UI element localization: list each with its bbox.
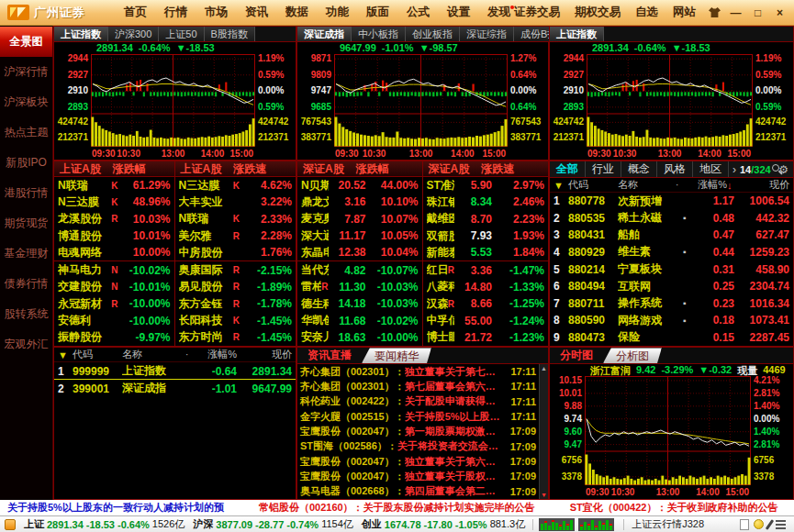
ticker-item[interactable]: ST宜化（000422）：关于收到政府补助的公告 [570, 501, 778, 515]
index-chart-2-tab-2[interactable]: 创业板指 [406, 27, 460, 41]
sector-tab-0[interactable]: 全部 [550, 161, 586, 177]
stock-row[interactable]: 美尔雅R2.28% [175, 227, 296, 244]
index-chart-2-tab-1[interactable]: 中小板指 [352, 27, 406, 41]
stock-row[interactable]: 振静股份-9.97% [54, 329, 174, 346]
sector-row[interactable]: 4880929维生素▪0.441259.23 [550, 244, 793, 261]
sidebar-item-0[interactable]: 全景图 [0, 27, 52, 57]
news-item[interactable]: ST围海（002586）：关于将投资者交流会…17:09 [297, 439, 539, 454]
stock-row[interactable]: 雷柏科技R11.30-10.03% [297, 279, 422, 295]
stock-row[interactable]: 珠江钢琴8.342.46% [423, 194, 549, 210]
sector-row[interactable]: 1880778次新预增1.171006.54 [550, 193, 793, 210]
sidebar-item-7[interactable]: 基金理财 [0, 238, 52, 269]
stock-row[interactable]: N联瑞K2.33% [175, 211, 296, 227]
layout-grid-icon[interactable] [776, 520, 786, 529]
news-item[interactable]: 宝鹰股份（002047）：独立董事关于股权…17:09 [297, 469, 539, 483]
sector-row[interactable]: 5880214宁夏板块0.31458.90 [550, 260, 793, 278]
stock-row[interactable]: 永冠新材R-10.00% [54, 295, 174, 312]
sector-tab-1[interactable]: 行业 [586, 161, 621, 177]
scroll-up-icon[interactable]: ▲ [541, 365, 547, 371]
theme-ball-icon[interactable] [754, 519, 764, 529]
index-chart-1-tab-1[interactable]: 沪深300 [108, 27, 159, 41]
index-chart-2-tab-0[interactable]: 深证成指 [297, 27, 352, 41]
stock-row[interactable]: 奥康国际R-2.15% [175, 260, 296, 278]
stock-row[interactable]: 东晶电子12.3810.04% [297, 244, 422, 260]
sector-row[interactable]: 3880431船舶0.47627.47 [550, 227, 793, 244]
sidebar-item-2[interactable]: 沪深板块 [0, 87, 52, 117]
stock-row[interactable]: N贝斯美20.5244.00% [297, 177, 422, 194]
header-pct[interactable]: 涨幅% [685, 178, 727, 192]
stock-row[interactable]: N三达膜K48.96% [54, 194, 174, 210]
stock-row[interactable]: ST准油5.902.97% [423, 177, 549, 194]
news-item[interactable]: 宝鹰股份（002047）：第一期股票期权激…17:09 [297, 424, 539, 438]
sidebar-item-4[interactable]: 新股IPO [0, 148, 52, 178]
stock-row[interactable]: 安德利-10.00% [54, 312, 174, 328]
stock-row[interactable]: 龙溪股份R10.03% [54, 211, 174, 227]
right-menu-item-3[interactable]: 网站 [673, 5, 696, 20]
stock-row[interactable]: 戴维医疗8.702.23% [423, 211, 549, 227]
sidebar-item-9[interactable]: 股转系统 [0, 299, 52, 329]
sector-row[interactable]: 6880494互联网0.252304.74 [550, 278, 793, 295]
stock-row[interactable]: 博通股份10.01% [54, 227, 174, 244]
header-code[interactable]: 代码 [73, 348, 122, 361]
stock-row[interactable]: 德生科技14.18-10.03% [297, 295, 422, 312]
menu-item-7[interactable]: 公式 [407, 5, 430, 20]
stock-row[interactable]: N三达膜K4.62% [175, 177, 296, 194]
header-code[interactable]: 代码 [568, 178, 618, 192]
menu-item-9[interactable]: 发现 [487, 5, 514, 20]
scroll-down-icon[interactable]: ▼ [541, 492, 547, 498]
stock-row[interactable]: 华凯创意11.68-10.02% [297, 312, 422, 328]
stock-row[interactable]: 易见股份R-1.89% [175, 279, 296, 295]
index-chart-1-tab-2[interactable]: 上证50 [159, 27, 204, 41]
sort-icon[interactable]: ▼ [58, 349, 73, 360]
maximize-button[interactable]: □ [751, 6, 765, 19]
ticker-item[interactable]: 关于持股5%以上股东的一致行动人减持计划的预 [7, 501, 224, 515]
stock-row[interactable]: 八菱科技14.80-1.33% [423, 279, 549, 295]
sector-tab-2[interactable]: 概念 [621, 161, 657, 177]
news-item[interactable]: 宝鹰股份（002047）：独立董事关于第六…17:09 [297, 454, 539, 469]
sector-tab-3[interactable]: 风格 [657, 161, 693, 177]
search-icon[interactable] [771, 163, 776, 175]
news-item[interactable]: 奥马电器（002668）：第四届董事会第二…17:09 [297, 484, 539, 499]
sort-icon[interactable]: ▼ [554, 180, 568, 191]
right-menu-item-2[interactable]: 自选 [635, 5, 658, 20]
minichart-tab-1[interactable]: 分析图 [603, 348, 662, 363]
menu-item-8[interactable]: 设置 [447, 5, 470, 20]
news-item[interactable]: 齐心集团（002301）：第七届董事会第六…17:11 [297, 379, 539, 393]
menu-item-0[interactable]: 首页 [124, 5, 147, 20]
stock-row[interactable]: 新能泰山5.531.84% [423, 244, 549, 260]
sector-tab-4[interactable]: 地区 [693, 161, 729, 177]
menu-item-4[interactable]: 数据 [285, 5, 308, 20]
header-name[interactable]: 名称 [122, 348, 185, 361]
sidebar-item-3[interactable]: 热点主题 [0, 117, 52, 148]
header-price[interactable]: 现价 [237, 348, 292, 361]
stock-row[interactable]: 麦克奥迪7.8710.07% [297, 211, 422, 227]
index-chart-1-tab-0[interactable]: 上证指数 [54, 27, 108, 41]
sidebar-item-6[interactable]: 期货现货 [0, 208, 52, 238]
stock-row[interactable]: 安奈儿18.63-10.00% [297, 329, 422, 346]
stock-row[interactable]: 鼎龙文化3.1610.10% [297, 194, 422, 210]
sector-row[interactable]: 7880711操作系统▪0.231016.34 [550, 294, 793, 312]
stock-row[interactable]: 博士眼镜21.72-1.23% [423, 329, 549, 346]
sector-row[interactable]: 8880590网络游戏▪0.181073.41 [550, 312, 793, 329]
stock-row[interactable]: 汉森制药R8.66-1.25% [423, 295, 549, 312]
stock-row[interactable]: 东方金钰R-1.78% [175, 295, 296, 312]
right-menu-item-1[interactable]: 期权交易 [575, 5, 621, 20]
menu-item-3[interactable]: 资讯 [245, 5, 268, 20]
header-pct[interactable]: 涨幅% [195, 348, 237, 361]
stock-row[interactable]: 交建股份N-10.01% [54, 279, 174, 295]
close-button[interactable]: × [773, 6, 787, 19]
watch-row[interactable]: 1999999上证指数-0.642891.34 [54, 362, 296, 380]
sidebar-item-10[interactable]: 宏观外汇 [0, 329, 52, 360]
expand-arrow-icon[interactable]: › [729, 163, 740, 176]
index-chart-1-tab-3[interactable]: B股指数 [205, 27, 255, 41]
sidebar-item-8[interactable]: 债券行情 [0, 269, 52, 299]
document-icon[interactable] [740, 519, 749, 530]
server-status-label[interactable]: 上证云行情J328 [632, 517, 704, 531]
sector-row[interactable]: 2880535稀土永磁▪0.48442.32 [550, 210, 793, 227]
news-item[interactable]: 齐心集团（002301）：独立董事关于第七…17:11 [297, 364, 539, 379]
stock-row[interactable]: N联瑞K61.29% [54, 177, 174, 194]
watch-row[interactable]: 2399001深证成指-1.019647.99 [54, 380, 296, 397]
stock-row[interactable]: 红日药业R3.36-1.47% [423, 260, 549, 278]
right-menu-item-0[interactable]: 证券交易 [514, 5, 560, 20]
menu-item-5[interactable]: 功能 [326, 5, 349, 20]
